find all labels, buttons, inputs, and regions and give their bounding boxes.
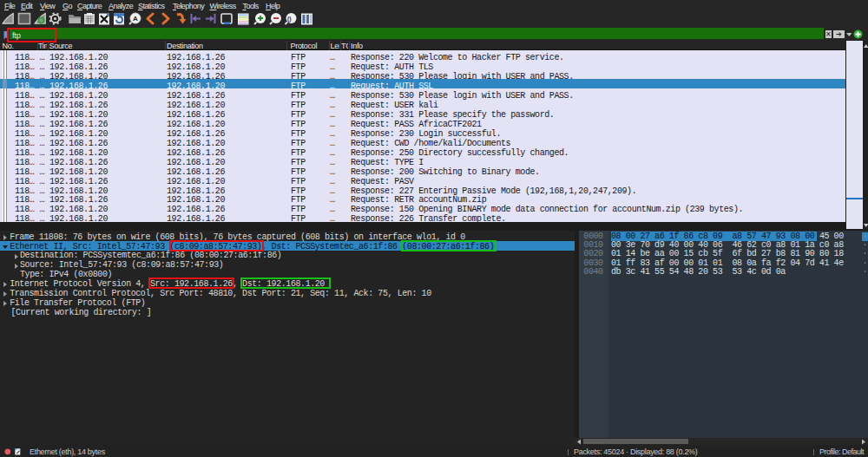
svg-text:A: A bbox=[133, 15, 138, 23]
svg-text:(): () bbox=[287, 16, 292, 23]
